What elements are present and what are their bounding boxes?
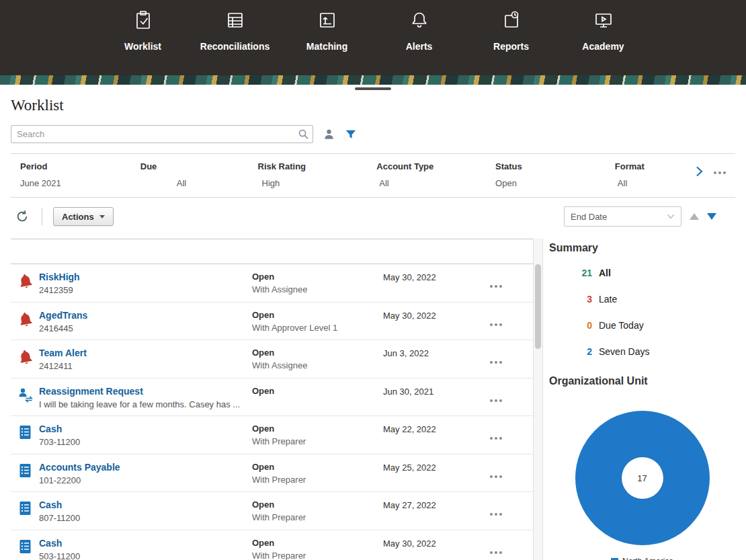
row-actions-menu-icon[interactable] — [487, 510, 505, 518]
row-actions-menu-icon[interactable] — [487, 321, 505, 329]
summary-filter-all[interactable]: 21 All — [549, 267, 735, 279]
worklist-row[interactable]: Accounts Payable 101-22200 Open With Pre… — [11, 454, 533, 493]
filter-risk-rating[interactable]: Risk Rating High — [258, 161, 377, 188]
row-subtitle: 2412359 — [39, 285, 252, 295]
row-due-date: May 30, 2022 — [383, 538, 484, 549]
nav-label: Academy — [582, 41, 624, 52]
row-status: Open — [252, 538, 383, 548]
row-title-link[interactable]: AgedTrans — [39, 310, 252, 321]
nav-item-alerts[interactable]: Alerts — [373, 9, 465, 52]
row-title-link[interactable]: Team Alert — [39, 348, 252, 358]
scrollbar-thumb[interactable] — [535, 264, 541, 349]
summary-filter-due-today[interactable]: 0 Due Today — [549, 319, 735, 331]
nav-label: Worklist — [124, 41, 161, 52]
row-actions-menu-icon[interactable] — [487, 434, 505, 442]
nav-item-reconciliations[interactable]: Reconciliations — [189, 9, 281, 52]
worklist-table-header — [11, 239, 533, 264]
worklist-row[interactable]: Cash 703-11200 Open With Preparer May 22… — [11, 416, 533, 454]
nav-item-matching[interactable]: Matching — [281, 9, 373, 52]
row-title-link[interactable]: Accounts Payable — [39, 462, 252, 473]
row-substatus: With Assignee — [252, 284, 383, 294]
worklist-row[interactable]: Cash 807-11200 Open With Preparer May 27… — [11, 492, 533, 530]
row-due-date: May 30, 2022 — [383, 272, 484, 282]
worklist-row[interactable]: Team Alert 2412411 Open With Assignee Ju… — [11, 340, 533, 378]
legend-label: North America — [622, 557, 673, 560]
refresh-icon[interactable] — [15, 209, 30, 224]
summary-label: Late — [599, 293, 617, 305]
row-actions-menu-icon[interactable] — [487, 473, 505, 481]
filters-next-chevron-icon[interactable] — [695, 165, 703, 180]
row-actions-menu-icon[interactable] — [487, 397, 505, 405]
filter-funnel-icon[interactable] — [345, 128, 357, 141]
alert-bell-icon — [17, 272, 35, 292]
filter-value: All — [177, 178, 258, 188]
nav-item-reports[interactable]: Reports — [465, 9, 557, 52]
row-title-link[interactable]: RiskHigh — [39, 272, 252, 282]
filter-label: Risk Rating — [258, 161, 377, 171]
filter-account-type[interactable]: Account Type All — [376, 161, 495, 188]
filter-label: Account Type — [376, 161, 495, 171]
page-title: Worklist — [11, 97, 735, 114]
row-subtitle: 2412411 — [39, 361, 252, 371]
row-substatus: With Preparer — [252, 512, 383, 522]
row-title-link[interactable]: Reassignment Request — [39, 386, 252, 397]
row-title-link[interactable]: Cash — [39, 538, 252, 549]
chevron-down-icon — [667, 214, 675, 219]
banner-collapse-handle[interactable] — [355, 87, 391, 90]
nav-label: Reconciliations — [200, 41, 270, 52]
filter-due[interactable]: Due All — [140, 161, 258, 188]
nav-item-worklist[interactable]: Worklist — [97, 9, 189, 52]
alerts-icon — [409, 9, 430, 31]
reconciliation-icon — [17, 424, 35, 443]
worklist-row[interactable]: AgedTrans 2416445 Open With Approver Lev… — [11, 303, 533, 341]
row-substatus: With Preparer — [252, 436, 383, 446]
filter-value: June 2021 — [20, 178, 140, 188]
worklist-row[interactable]: RiskHigh 2412359 Open With Assignee May … — [11, 264, 533, 303]
list-scrollbar[interactable] — [533, 239, 543, 560]
filter-format[interactable]: Format All — [615, 161, 695, 188]
nav-label: Matching — [306, 41, 347, 52]
filter-status[interactable]: Status Open — [495, 161, 615, 188]
my-items-person-icon[interactable] — [323, 128, 335, 140]
filter-period[interactable]: Period June 2021 — [20, 161, 140, 188]
sort-ascending-icon[interactable] — [690, 213, 699, 220]
filter-value: High — [262, 178, 377, 188]
row-due-date: May 30, 2022 — [383, 310, 484, 321]
row-actions-menu-icon[interactable] — [487, 549, 505, 557]
summary-panel: Summary 21 All 3 Late 0 Due Today 2 Seve… — [549, 239, 735, 560]
search-input[interactable] — [11, 125, 313, 143]
summary-heading: Summary — [549, 242, 735, 254]
row-due-date: May 22, 2022 — [383, 424, 484, 434]
row-title-link[interactable]: Cash — [39, 499, 252, 510]
row-actions-menu-icon[interactable] — [487, 282, 505, 290]
top-navigation: Worklist Reconciliations Matching Alerts — [0, 0, 746, 75]
organizational-unit-donut-chart[interactable]: 17 — [575, 411, 710, 545]
row-due-date: Jun 30, 2021 — [383, 386, 484, 397]
row-title-link[interactable]: Cash — [39, 424, 252, 434]
legend-swatch-north-america — [611, 558, 618, 560]
summary-filter-seven-days[interactable]: 2 Seven Days — [549, 346, 735, 358]
worklist-row[interactable]: Reassignment Request I will be taking le… — [11, 378, 533, 417]
alert-bell-icon — [17, 348, 35, 368]
search-icon[interactable] — [298, 128, 309, 143]
nav-item-academy[interactable]: Academy — [557, 9, 649, 52]
filters-overflow-menu-icon[interactable] — [714, 171, 726, 174]
row-status: Open — [252, 348, 383, 358]
worklist-row[interactable]: Cash 503-11200 Open With Preparer May 30… — [11, 530, 533, 560]
actions-button[interactable]: Actions — [53, 207, 114, 226]
reassignment-icon — [17, 387, 35, 405]
summary-filter-late[interactable]: 3 Late — [549, 293, 735, 305]
row-status: Open — [252, 386, 383, 396]
sort-descending-icon[interactable] — [707, 213, 716, 220]
worklist-table: RiskHigh 2412359 Open With Assignee May … — [11, 239, 533, 560]
reconciliations-icon — [224, 9, 246, 31]
row-actions-menu-icon[interactable] — [487, 358, 505, 366]
row-substatus: With Preparer — [252, 475, 383, 485]
sort-field-select[interactable]: End Date — [564, 206, 681, 227]
summary-count: 3 — [549, 293, 592, 305]
row-status: Open — [252, 462, 383, 472]
sort-field-value: End Date — [571, 212, 607, 222]
filter-bar: Period June 2021 Due All Risk Rating Hig… — [11, 153, 735, 198]
row-subtitle: 503-11200 — [39, 551, 252, 560]
summary-label: All — [599, 267, 611, 279]
